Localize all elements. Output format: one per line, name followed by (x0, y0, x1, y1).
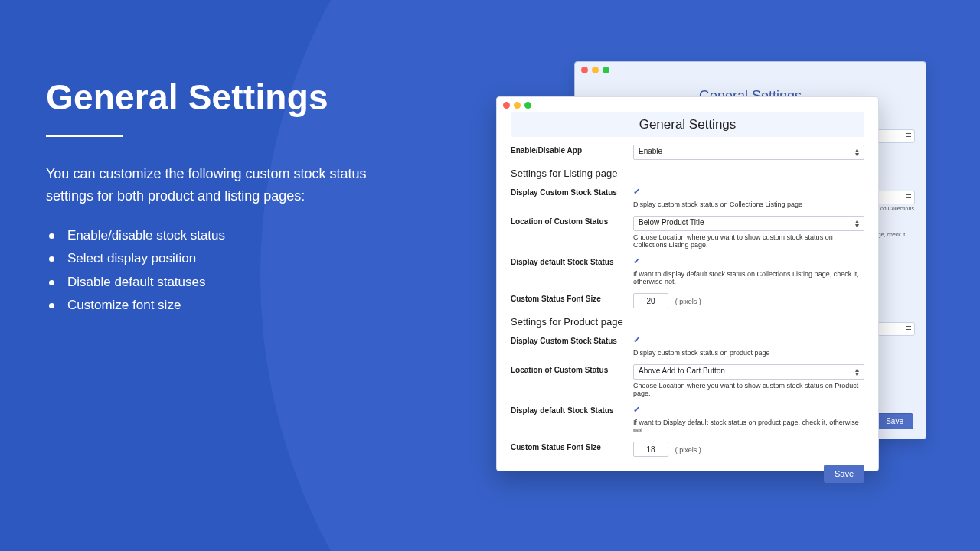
pixels-label: ( pixels ) (675, 446, 701, 454)
settings-window-front: General Settings Enable/Disable App Enab… (496, 96, 879, 471)
display-default-label: Display default Stock Status (511, 405, 633, 415)
back-save-button[interactable]: Save (876, 413, 913, 429)
traffic-lights (581, 67, 609, 73)
font-size-listing-input[interactable]: 20 (633, 293, 668, 308)
hero-title: General Settings (46, 77, 413, 118)
hero-bullet-list: Enable/disable stock status Select displ… (46, 224, 413, 318)
close-dot-icon[interactable] (503, 102, 510, 109)
enable-app-value: Enable (639, 147, 662, 155)
display-custom-label: Display Custom Stock Status (511, 187, 633, 197)
minimize-dot-icon (592, 67, 599, 73)
location-listing-select[interactable]: Below Product Title ▴▾ (633, 216, 864, 231)
hero-bullet: Enable/disable stock status (46, 224, 413, 248)
display-default-label: Display default Stock Status (511, 256, 633, 266)
select-caret-icon: ▴▾ (855, 219, 859, 228)
font-size-product-input[interactable]: 18 (633, 442, 668, 457)
display-default-product-checkbox[interactable]: ✓ (633, 405, 640, 415)
display-default-product-hint: If want to Display default stock status … (633, 419, 864, 434)
hero-bullet: Disable default statuses (46, 271, 413, 295)
select-caret-icon: ▴▾ (855, 148, 859, 157)
location-label: Location of Custom Status (511, 364, 633, 374)
pixels-label: ( pixels ) (675, 298, 701, 305)
location-label: Location of Custom Status (511, 216, 633, 226)
minimize-dot-icon[interactable] (514, 102, 521, 109)
location-listing-hint: Choose Location where you want to show c… (633, 233, 864, 249)
hero-bullet: Customize font size (46, 294, 413, 318)
close-dot-icon (581, 67, 588, 73)
location-product-hint: Choose Location where you want to show c… (633, 382, 864, 397)
location-listing-value: Below Product Title (639, 218, 704, 227)
hero-divider (46, 135, 122, 137)
display-custom-product-checkbox[interactable]: ✓ (633, 335, 640, 345)
display-custom-label: Display Custom Stock Status (511, 335, 633, 345)
zoom-dot-icon[interactable] (524, 102, 531, 109)
enable-app-select[interactable]: Enable ▴▾ (633, 145, 864, 160)
hero-bullet: Select display position (46, 247, 413, 271)
traffic-lights (503, 102, 531, 109)
front-window-title: General Settings (511, 112, 864, 137)
display-default-listing-checkbox[interactable]: ✓ (633, 256, 640, 266)
display-custom-listing-checkbox[interactable]: ✓ (633, 187, 640, 197)
enable-app-label: Enable/Disable App (511, 145, 633, 155)
display-default-listing-hint: If want to display default stock status … (633, 270, 864, 285)
select-caret-icon: ▴▾ (855, 367, 859, 377)
location-product-value: Above Add to Cart Button (639, 367, 725, 375)
promo-slide: General Settings You can customize the f… (0, 0, 980, 551)
hero-copy: General Settings You can customize the f… (46, 77, 413, 318)
save-button[interactable]: Save (824, 465, 864, 483)
font-size-label: Custom Status Font Size (511, 442, 633, 452)
location-product-select[interactable]: Above Add to Cart Button ▴▾ (633, 364, 864, 380)
hero-description: You can customize the following custom s… (46, 163, 413, 207)
display-custom-product-hint: Display custom stock status on product p… (633, 349, 864, 357)
font-size-label: Custom Status Font Size (511, 293, 633, 303)
section-listing-heading: Settings for Listing page (511, 168, 864, 179)
section-product-heading: Settings for Product page (511, 316, 864, 328)
display-custom-listing-hint: Display custom stock status on Collectio… (633, 201, 864, 208)
zoom-dot-icon (603, 67, 609, 73)
